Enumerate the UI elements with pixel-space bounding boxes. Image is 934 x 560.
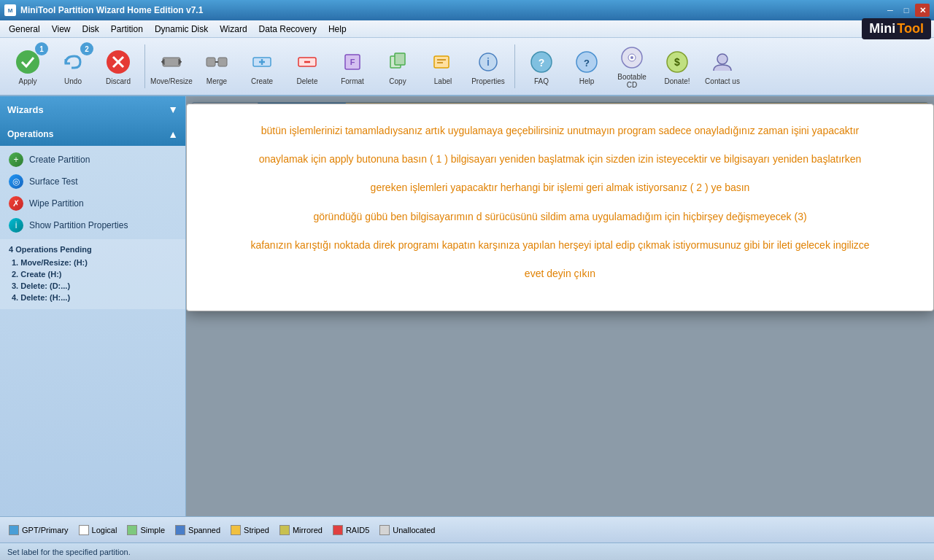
- menu-disk[interactable]: Disk: [77, 23, 105, 36]
- copy-button[interactable]: Copy: [376, 41, 420, 92]
- merge-button[interactable]: Merge: [195, 41, 239, 92]
- popup-line-5: kafanızın karıştığı noktada direk progra…: [209, 236, 911, 254]
- pending-item-1: 1. Move/Resize: (H:): [9, 257, 177, 268]
- svg-text:?: ?: [539, 57, 545, 69]
- logo-mini: Mini: [869, 21, 895, 36]
- menu-partition[interactable]: Partition: [105, 23, 149, 36]
- ops-surface-label: Surface Test: [29, 176, 77, 187]
- popup-overlay: bütün işlemlerinizi tamamladıysanız artı…: [186, 96, 934, 516]
- discard-icon: [104, 48, 132, 76]
- content-area: Basic 232.89 GB C:(NTFS) 20.0 GB (Used (…: [186, 96, 934, 516]
- menu-data-recovery[interactable]: Data Recovery: [253, 23, 323, 36]
- legend-simple: Simple: [127, 525, 165, 535]
- svg-point-31: [717, 54, 727, 64]
- contact-us-button[interactable]: Contact us: [700, 41, 744, 92]
- legend-unalloc-label: Unallocated: [393, 526, 435, 534]
- legend-striped-box: [231, 525, 241, 535]
- create-button[interactable]: Create: [240, 41, 284, 92]
- undo-button[interactable]: Undo 2: [51, 41, 95, 92]
- legend-raid5: RAID5: [333, 525, 369, 535]
- delete-button[interactable]: Delete: [285, 41, 329, 92]
- move-resize-button[interactable]: Move/Resize: [150, 41, 193, 92]
- label-label: Label: [434, 77, 452, 85]
- legend-spanned-label: Spanned: [188, 526, 220, 534]
- ops-surface-test[interactable]: ◎ Surface Test: [0, 171, 185, 192]
- ops-create-partition[interactable]: + Create Partition: [0, 149, 185, 171]
- restore-button[interactable]: □: [899, 4, 914, 17]
- legend-logical-label: Logical: [92, 526, 117, 534]
- menu-help[interactable]: Help: [323, 23, 352, 36]
- help-button[interactable]: ? Help: [565, 41, 609, 92]
- undo-badge: 2: [80, 42, 93, 55]
- toolbar-sep-2: [514, 44, 515, 88]
- operations-header[interactable]: Operations ▲: [0, 122, 185, 146]
- discard-button[interactable]: Discard: [96, 41, 140, 92]
- menu-wizard[interactable]: Wizard: [214, 23, 252, 36]
- svg-text:?: ?: [584, 58, 590, 69]
- titlebar-title: MiniTool Partition Wizard Home Edition v…: [20, 5, 203, 15]
- sidebar: Wizards ▼ Operations ▲ + Create Partitio…: [0, 96, 186, 516]
- legend-bar: GPT/Primary Logical Simple Spanned Strip…: [0, 516, 934, 542]
- wizards-header[interactable]: Wizards ▼: [0, 96, 185, 122]
- legend-simple-box: [127, 525, 137, 535]
- minimize-button[interactable]: ─: [883, 4, 898, 17]
- create-label: Create: [251, 77, 273, 85]
- svg-text:i: i: [487, 56, 490, 68]
- label-button[interactable]: Label: [421, 41, 465, 92]
- menubar: General View Disk Partition Dynamic Disk…: [0, 20, 934, 38]
- ops-wipe-partition[interactable]: ✗ Wipe Partition: [0, 192, 185, 214]
- ops-show-properties[interactable]: i Show Partition Properties: [0, 214, 185, 236]
- donate-icon: $: [663, 48, 691, 76]
- merge-icon: [203, 48, 231, 76]
- menu-general[interactable]: General: [3, 23, 46, 36]
- delete-icon: [293, 48, 321, 76]
- legend-mirrored: Mirrored: [279, 525, 323, 535]
- svg-rect-17: [434, 56, 449, 68]
- delete-label: Delete: [297, 77, 318, 85]
- legend-mirrored-label: Mirrored: [293, 526, 323, 534]
- popup-line-4: göründüğü gübü ben bilgisayarımın d sürü…: [209, 208, 911, 226]
- help-label: Help: [579, 77, 595, 85]
- properties-label: Properties: [471, 77, 505, 85]
- ops-pending-section: 4 Operations Pending 1. Move/Resize: (H:…: [0, 239, 185, 309]
- ops-props-icon: i: [9, 218, 23, 233]
- legend-gpt-box: [9, 525, 19, 535]
- ops-wipe-label: Wipe Partition: [29, 198, 84, 209]
- legend-gpt-label: GPT/Primary: [22, 526, 69, 534]
- legend-simple-label: Simple: [140, 526, 165, 534]
- legend-unallocated: Unallocated: [379, 525, 435, 535]
- legend-spanned-box: [175, 525, 185, 535]
- pending-item-4: 4. Delete: (H:...): [9, 292, 177, 303]
- format-button[interactable]: F Format: [331, 41, 374, 92]
- svg-text:$: $: [674, 56, 680, 68]
- close-button[interactable]: ✕: [915, 4, 930, 17]
- legend-raid5-box: [333, 525, 343, 535]
- move-resize-icon: [158, 48, 185, 76]
- titlebar: M MiniTool Partition Wizard Home Edition…: [0, 0, 934, 20]
- legend-striped-label: Striped: [244, 526, 269, 534]
- ops-wipe-icon: ✗: [9, 196, 23, 211]
- menu-dynamic-disk[interactable]: Dynamic Disk: [149, 23, 214, 36]
- statusbar: Set label for the specified partition.: [0, 542, 934, 560]
- svg-rect-16: [395, 53, 405, 65]
- apply-button[interactable]: Apply 1: [6, 41, 50, 92]
- logo-tool: Tool: [897, 21, 924, 36]
- ops-create-icon: +: [9, 152, 23, 167]
- undo-label: Undo: [64, 77, 82, 85]
- properties-button[interactable]: i Properties: [466, 41, 510, 92]
- bootable-cd-button[interactable]: Bootable CD: [610, 41, 654, 92]
- merge-label: Merge: [207, 77, 227, 85]
- pending-item-2: 2. Create (H:): [9, 268, 177, 280]
- operations-list: + Create Partition ◎ Surface Test ✗ Wipe…: [0, 146, 185, 239]
- donate-button[interactable]: $ Donate!: [655, 41, 699, 92]
- legend-mirrored-box: [279, 525, 290, 535]
- wizards-label: Wizards: [7, 104, 44, 115]
- format-label: Format: [341, 77, 364, 85]
- faq-button[interactable]: ? FAQ: [520, 41, 563, 92]
- minitool-logo: Mini Tool: [862, 18, 931, 39]
- info-popup: bütün işlemlerinizi tamamladıysanız artı…: [186, 104, 934, 311]
- menu-view[interactable]: View: [46, 23, 77, 36]
- apply-badge: 1: [35, 42, 48, 55]
- ops-props-label: Show Partition Properties: [29, 220, 128, 230]
- operations-chevron: ▲: [168, 128, 178, 140]
